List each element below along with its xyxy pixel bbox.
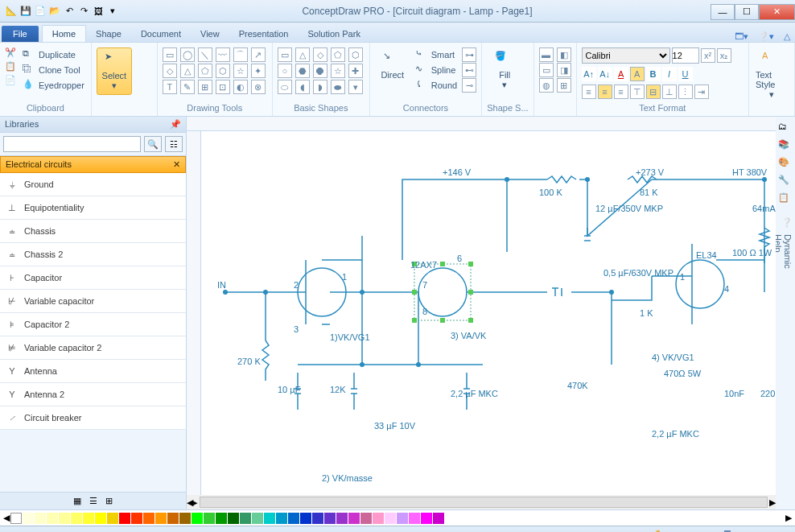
close-button[interactable]: ✕ (759, 4, 795, 20)
color-swatch[interactable] (192, 513, 203, 524)
color-swatch[interactable] (107, 513, 118, 524)
tool-12[interactable]: ✦ (251, 64, 266, 78)
eyedropper-button[interactable]: 💧Eyedropper (21, 78, 86, 93)
color-swatch[interactable] (348, 513, 360, 524)
help-dropdown-icon[interactable]: 🗔▾ (730, 31, 753, 42)
library-options-icon[interactable]: ☷ (165, 136, 183, 152)
color-swatch[interactable] (421, 513, 432, 524)
align-center-icon[interactable]: ≡ (598, 85, 612, 99)
horizontal-scrollbar[interactable]: ◀ ▸ ▶ (187, 495, 776, 509)
chevron-up-icon[interactable]: △ (779, 31, 795, 42)
round-button[interactable]: ⤹Round (414, 78, 459, 93)
close-category-icon[interactable]: ✕ (173, 159, 180, 170)
color-swatch[interactable] (312, 513, 323, 524)
color-swatch[interactable] (240, 513, 251, 524)
curve-tool[interactable]: 〰 (216, 47, 230, 62)
tool-16[interactable]: ⊡ (216, 80, 230, 94)
st1[interactable]: ▬ (539, 47, 554, 62)
library-item[interactable]: ⏚Ground (0, 173, 186, 196)
palette-prev-icon[interactable]: ◀ (3, 513, 10, 523)
color-swatch[interactable] (167, 513, 179, 524)
library-item[interactable]: ⟋Circuit breaker (0, 406, 186, 430)
font-select[interactable]: Calibri (582, 47, 670, 64)
align-left-icon[interactable]: ≡ (582, 85, 596, 99)
qat-dropdown-icon[interactable]: ▾ (106, 5, 119, 18)
help-icon[interactable]: ❔▾ (753, 31, 779, 42)
color-swatch[interactable] (228, 513, 239, 524)
color-swatch[interactable] (252, 513, 263, 524)
st2[interactable]: ▭ (539, 63, 554, 77)
st6[interactable]: ⊞ (557, 78, 571, 93)
library-category[interactable]: Electrical circuits✕ (0, 156, 186, 173)
color-swatch[interactable] (179, 513, 191, 524)
color-swatch[interactable] (119, 513, 130, 524)
shape-tri[interactable]: △ (295, 47, 310, 62)
shape-rhom[interactable]: ◇ (313, 47, 327, 62)
dock-icon-3[interactable]: 🎨 (778, 157, 793, 171)
direct-button[interactable]: ↘Direct (375, 47, 410, 83)
color-swatch[interactable] (23, 513, 34, 524)
ellipse-tool[interactable]: ◯ (180, 47, 195, 62)
color-swatch[interactable] (300, 513, 311, 524)
tool-11[interactable]: ☆ (233, 64, 248, 78)
pin-icon[interactable]: 📌 (170, 119, 181, 130)
maximize-button[interactable]: ☐ (735, 4, 759, 20)
tab-view[interactable]: View (191, 26, 229, 42)
color-swatch[interactable] (360, 513, 372, 524)
textstyle-button[interactable]: AText Style▾ (754, 47, 789, 103)
color-swatch[interactable] (216, 513, 227, 524)
st4[interactable]: ◧ (557, 47, 571, 62)
dynamic-help-tab[interactable]: ❔Dynamic Help (778, 217, 793, 249)
shape-13[interactable]: ◗ (313, 80, 327, 94)
dock-icon-5[interactable]: 📋 (778, 192, 793, 207)
tool-14[interactable]: ✎ (180, 80, 195, 94)
view-detail-icon[interactable]: ⊞ (105, 496, 113, 506)
tool-8[interactable]: △ (180, 64, 195, 78)
library-item[interactable]: ⊧Capacitor 2 (0, 313, 186, 336)
fill-button[interactable]: 🪣Fill▾ (487, 47, 522, 93)
qat-print-icon[interactable]: 🖼 (92, 5, 105, 18)
library-item[interactable]: ⊭Variable capacitor 2 (0, 336, 186, 360)
minimize-button[interactable]: — (711, 4, 735, 20)
conn-3[interactable]: ⊸ (462, 78, 476, 93)
underline-icon[interactable]: U (678, 67, 693, 81)
drawing-canvas[interactable]: IN 270 K 10 µF 12K 33 µF 10V 2,2 µF MKC … (201, 131, 776, 495)
shape-cross[interactable]: ✚ (348, 64, 363, 78)
rect-tool[interactable]: ▭ (163, 47, 177, 62)
st3[interactable]: ◍ (539, 78, 554, 93)
dec-font-icon[interactable]: A↓ (598, 67, 612, 81)
st5[interactable]: ◨ (557, 63, 571, 77)
color-swatch[interactable] (409, 513, 420, 524)
tool-13[interactable]: T (163, 80, 177, 94)
tool-10[interactable]: ⬡ (216, 64, 230, 78)
color-swatch[interactable] (155, 513, 167, 524)
tool-17[interactable]: ◐ (233, 80, 248, 94)
italic-icon[interactable]: I (662, 67, 677, 81)
qat-save-icon[interactable]: 💾 (19, 5, 32, 18)
color-swatch[interactable] (336, 513, 348, 524)
color-swatch[interactable] (131, 513, 142, 524)
color-swatch[interactable] (143, 513, 154, 524)
color-swatch[interactable] (95, 513, 106, 524)
select-button[interactable]: ➤ Select ▾ (97, 47, 132, 95)
tab-presentation[interactable]: Presentation (229, 26, 299, 42)
tool-7[interactable]: ◇ (163, 64, 177, 78)
scroll-left-icon[interactable]: ◀ (187, 497, 193, 508)
qat-new-icon[interactable]: 📄 (34, 5, 47, 18)
shape-circ[interactable]: ○ (278, 64, 292, 78)
scroll-menu-icon[interactable]: ▸ (193, 497, 198, 508)
tab-shape[interactable]: Shape (86, 26, 131, 42)
highlight-icon[interactable]: A (630, 67, 645, 81)
color-swatch[interactable] (83, 513, 94, 524)
superscript-icon[interactable]: x² (701, 48, 715, 63)
valign-top-icon[interactable]: ⊤ (630, 85, 645, 99)
shape-star[interactable]: ☆ (331, 64, 345, 78)
shape-11[interactable]: ⬭ (278, 80, 292, 94)
qat-redo-icon[interactable]: ↷ (77, 5, 90, 18)
align-right-icon[interactable]: ≡ (614, 85, 628, 99)
tab-home[interactable]: Home (42, 25, 86, 42)
shape-hex[interactable]: ⬡ (348, 47, 363, 62)
color-swatch[interactable] (71, 513, 82, 524)
color-swatch[interactable] (288, 513, 299, 524)
dock-icon-4[interactable]: 🔧 (778, 175, 793, 189)
